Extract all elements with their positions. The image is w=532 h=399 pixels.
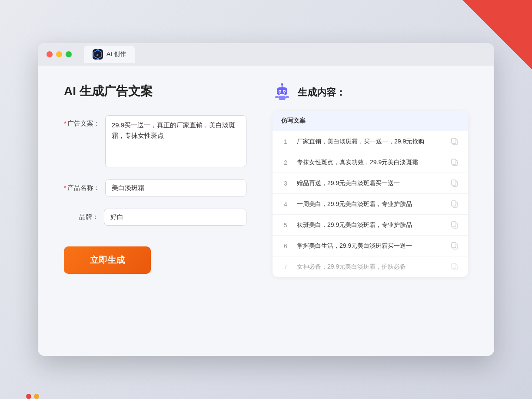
results-table: 仿写文案 1厂家直销，美白淡斑霜，买一送一，29.9元抢购 2专抹女性斑点，真实… (273, 111, 468, 277)
svg-rect-15 (452, 159, 456, 164)
ad-copy-group: 广告文案： (64, 115, 246, 167)
result-text: 一周美白，29.9元美白淡斑霜，专业护肤品 (297, 200, 444, 209)
traffic-light-minimize[interactable] (56, 51, 62, 57)
copy-button[interactable] (451, 242, 459, 250)
result-text: 赠品再送，29.9元美白淡斑霜买一送一 (297, 179, 444, 188)
traffic-light-close[interactable] (47, 51, 53, 57)
browser-content: AI 生成广告文案 广告文案： 产品名称： 品牌： 立即生成 (38, 66, 494, 356)
result-number: 5 (281, 222, 290, 229)
copy-button[interactable] (451, 200, 459, 209)
svg-rect-17 (452, 180, 456, 185)
ai-tab-icon: AI (93, 49, 103, 60)
table-row: 4一周美白，29.9元美白淡斑霜，专业护肤品 (273, 194, 468, 215)
table-row: 3赠品再送，29.9元美白淡斑霜买一送一 (273, 173, 468, 194)
svg-rect-10 (275, 96, 279, 98)
svg-rect-9 (279, 96, 286, 100)
table-row: 1厂家直销，美白淡斑霜，买一送一，29.9元抢购 (273, 131, 468, 152)
svg-rect-4 (277, 87, 287, 95)
right-header: 生成内容： (273, 83, 468, 102)
result-text: 掌握美白生活，29.9元美白淡斑霜买一送一 (297, 241, 444, 250)
product-name-label: 产品名称： (64, 180, 100, 192)
result-text: 专抹女性斑点，真实功效，29.9元美白淡斑霜 (297, 158, 444, 167)
table-row: 6掌握美白生活，29.9元美白淡斑霜买一送一 (273, 236, 468, 256)
right-panel: 生成内容： 仿写文案 1厂家直销，美白淡斑霜，买一送一，29.9元抢购 2专抹女… (273, 83, 468, 339)
svg-rect-21 (452, 222, 456, 227)
browser-chrome: AI AI 创作 (38, 43, 494, 66)
brand-label: 品牌： (64, 209, 99, 221)
browser-window: AI AI 创作 AI 生成广告文案 广告文案： 产品名称： 品牌： (38, 43, 494, 356)
brand-group: 品牌： (64, 209, 246, 226)
svg-rect-23 (452, 243, 456, 248)
brand-input[interactable] (104, 209, 246, 226)
product-name-group: 产品名称： (64, 180, 246, 196)
result-number: 4 (281, 201, 290, 208)
traffic-light-maximize[interactable] (66, 51, 72, 57)
svg-rect-13 (452, 138, 456, 143)
result-number: 7 (281, 263, 290, 270)
result-text: 祛斑美白，29.9元美白淡斑霜，专业护肤品 (297, 220, 444, 229)
result-number: 3 (281, 180, 290, 187)
svg-point-3 (281, 83, 283, 86)
traffic-lights (47, 51, 72, 57)
svg-rect-25 (452, 263, 456, 269)
copy-button[interactable] (451, 158, 459, 167)
product-name-input[interactable] (105, 180, 246, 196)
copy-button[interactable] (451, 137, 459, 146)
result-text: 厂家直销，美白淡斑霜，买一送一，29.9元抢购 (297, 137, 444, 146)
copy-button[interactable] (451, 221, 459, 229)
svg-point-7 (279, 91, 281, 92)
ad-copy-input[interactable] (105, 115, 246, 167)
svg-text:AI: AI (96, 53, 100, 57)
right-title: 生成内容： (298, 86, 346, 99)
tab-label: AI 创作 (106, 50, 126, 58)
svg-marker-0 (94, 50, 102, 59)
result-text: 女神必备，29.9元美白淡斑霜，护肤必备 (297, 262, 444, 271)
generate-button[interactable]: 立即生成 (64, 246, 151, 274)
bg-decoration-dots (26, 394, 39, 399)
svg-rect-19 (452, 201, 456, 206)
robot-icon (273, 83, 292, 102)
result-number: 2 (281, 159, 290, 166)
table-row: 5祛斑美白，29.9元美白淡斑霜，专业护肤品 (273, 215, 468, 236)
browser-tab[interactable]: AI AI 创作 (84, 46, 135, 63)
result-number: 6 (281, 243, 290, 249)
results-column-header: 仿写文案 (273, 111, 468, 131)
svg-rect-11 (286, 96, 289, 98)
copy-button[interactable] (451, 263, 459, 271)
results-list: 1厂家直销，美白淡斑霜，买一送一，29.9元抢购 2专抹女性斑点，真实功效，29… (273, 131, 468, 277)
svg-point-8 (284, 91, 285, 92)
result-number: 1 (281, 138, 290, 145)
ad-copy-label: 广告文案： (64, 115, 100, 128)
page-title: AI 生成广告文案 (64, 83, 246, 100)
table-row: 7女神必备，29.9元美白淡斑霜，护肤必备 (273, 256, 468, 277)
left-panel: AI 生成广告文案 广告文案： 产品名称： 品牌： 立即生成 (64, 83, 246, 339)
table-row: 2专抹女性斑点，真实功效，29.9元美白淡斑霜 (273, 152, 468, 173)
copy-button[interactable] (451, 179, 459, 188)
